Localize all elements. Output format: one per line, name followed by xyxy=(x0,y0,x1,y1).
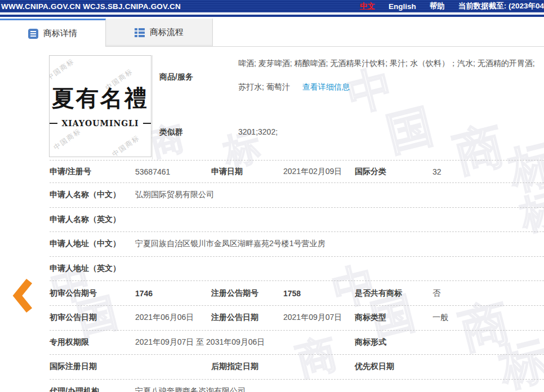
header-divider-bar xyxy=(0,15,544,17)
app-date-label: 申请日期 xyxy=(211,167,283,177)
table-row: 初审公告期号 1746 注册公告期号 1758 是否共有商标 否 xyxy=(50,280,544,305)
first-gazette-date-label: 初审公告日期 xyxy=(50,313,135,323)
image-watermark: 中国商标 xyxy=(110,133,142,157)
intl-class-label: 国际分类 xyxy=(355,167,432,177)
later-designation-date-label: 后期指定日期 xyxy=(211,362,283,372)
process-list-icon xyxy=(135,28,145,37)
table-row: 申请/注册号 53687461 申请日期 2021年02月09日 国际分类 32 xyxy=(50,160,544,182)
mark-form-label: 商标形式 xyxy=(355,337,432,348)
mark-type-value: 一般 xyxy=(432,313,544,323)
reg-gazette-date-value: 2021年09月07日 xyxy=(283,313,355,323)
tab-detail-label: 商标详情 xyxy=(43,28,77,39)
applicant-addr-cn-value: 宁夏回族自治区银川市金凤区湖畔嘉苑2号楼1号营业房 xyxy=(135,239,544,249)
tab-trademark-process[interactable]: 商标流程 xyxy=(106,19,213,46)
decorative-dash xyxy=(50,123,57,124)
goods-services-line2-text: 苏打水; 葡萄汁 xyxy=(238,82,290,91)
shared-mark-value: 否 xyxy=(432,288,544,299)
exclusive-term-value: 2021年09月07日 至 2031年09月06日 xyxy=(135,337,355,348)
similar-group-label: 类似群 xyxy=(159,127,183,137)
applicant-name-cn-label: 申请人名称（中文） xyxy=(50,190,135,200)
image-watermark: 中国商标 xyxy=(49,56,77,82)
table-row: 申请人名称（英文） xyxy=(50,207,544,232)
mark-type-label: 商标类型 xyxy=(355,313,432,323)
agent-value: 宁夏八骏奔腾商务咨询有限公司 xyxy=(135,386,544,392)
collapse-left-chevron[interactable] xyxy=(12,278,33,315)
applicant-name-en-label: 申请人名称（英文） xyxy=(50,215,135,225)
trademark-detail-panel: 中国商标 中国商标 中国商标 中国商标 夏有名禮 XIAYOUMINGLI 商品… xyxy=(0,51,544,392)
data-current-until: 当前数据截至: (2023年04 xyxy=(458,1,544,11)
detail-list-icon xyxy=(28,29,38,39)
reg-gazette-no-label: 注册公告期号 xyxy=(211,288,283,299)
language-chinese-link[interactable]: 中文 xyxy=(360,1,375,11)
table-row: 申请人地址（英文） xyxy=(50,256,544,281)
language-english-link[interactable]: English xyxy=(389,2,416,11)
table-row: 申请人名称（中文） 弘朔国际贸易有限公司 xyxy=(50,182,544,207)
first-gazette-no-value: 1746 xyxy=(135,289,211,298)
app-date-value: 2021年02月09日 xyxy=(283,167,355,177)
decorative-dash xyxy=(143,123,151,124)
trademark-image[interactable]: 中国商标 中国商标 中国商标 中国商标 夏有名禮 XIAYOUMINGLI xyxy=(49,55,151,157)
intl-reg-date-label: 国际注册日期 xyxy=(50,362,135,372)
tab-process-label: 商标流程 xyxy=(150,27,184,38)
shared-mark-label: 是否共有商标 xyxy=(355,288,432,299)
goods-services-line2: 苏打水; 葡萄汁查看详细信息 xyxy=(238,82,350,92)
site-urls: WWW.CNIPA.GOV.CN WCJS.SBJ.CNIPA.GOV.CN xyxy=(1,2,181,11)
exclusive-term-label: 专用权期限 xyxy=(50,337,135,348)
goods-services-line1: 啤酒; 麦芽啤酒; 精酿啤酒; 无酒精果汁饮料; 果汁; 水（饮料）；汽水; 无… xyxy=(238,59,544,69)
image-column-divider xyxy=(152,55,153,159)
first-gazette-date-value: 2021年06月06日 xyxy=(135,313,211,323)
first-gazette-no-label: 初审公告期号 xyxy=(50,288,135,299)
top-navigation-bar: WWW.CNIPA.GOV.CN WCJS.SBJ.CNIPA.GOV.CN 中… xyxy=(0,0,544,12)
reg-gazette-no-value: 1758 xyxy=(283,289,355,298)
trademark-name-latin: XIAYOUMINGLI xyxy=(50,119,151,128)
chevron-left-icon xyxy=(12,278,33,313)
table-row: 国际注册日期 后期指定日期 优先权日期 xyxy=(50,354,544,379)
tab-trademark-detail[interactable]: 商标详情 xyxy=(0,19,106,47)
view-details-link[interactable]: 查看详细信息 xyxy=(302,82,350,91)
applicant-addr-en-label: 申请人地址（英文） xyxy=(50,264,135,274)
help-link[interactable]: 帮助 xyxy=(430,1,445,11)
table-row: 申请人地址（中文） 宁夏回族自治区银川市金凤区湖畔嘉苑2号楼1号营业房 xyxy=(50,231,544,256)
app-number-label: 申请/注册号 xyxy=(50,167,135,177)
trademark-name-cn: 夏有名禮 xyxy=(50,83,151,114)
tab-bar: 商标详情 商标流程 xyxy=(0,19,544,47)
table-row: 专用权期限 2021年09月07日 至 2031年09月06日 商标形式 xyxy=(50,330,544,355)
table-row: 初审公告日期 2021年06月06日 注册公告日期 2021年09月07日 商标… xyxy=(50,305,544,330)
intl-class-value: 32 xyxy=(432,167,544,176)
applicant-name-cn-value: 弘朔国际贸易有限公司 xyxy=(135,190,544,200)
fields-table: 申请/注册号 53687461 申请日期 2021年02月09日 国际分类 32… xyxy=(50,160,544,392)
goods-services-label: 商品/服务 xyxy=(159,72,193,82)
similar-group-value: 3201;3202; xyxy=(238,127,278,136)
app-number-value: 53687461 xyxy=(135,167,211,176)
agent-label: 代理/办理机构 xyxy=(50,386,135,392)
table-row: 代理/办理机构 宁夏八骏奔腾商务咨询有限公司 xyxy=(50,379,544,392)
priority-date-label: 优先权日期 xyxy=(355,362,432,372)
applicant-addr-cn-label: 申请人地址（中文） xyxy=(50,239,135,249)
image-watermark: 中国商标 xyxy=(52,126,83,152)
reg-gazette-date-label: 注册公告日期 xyxy=(211,313,283,323)
